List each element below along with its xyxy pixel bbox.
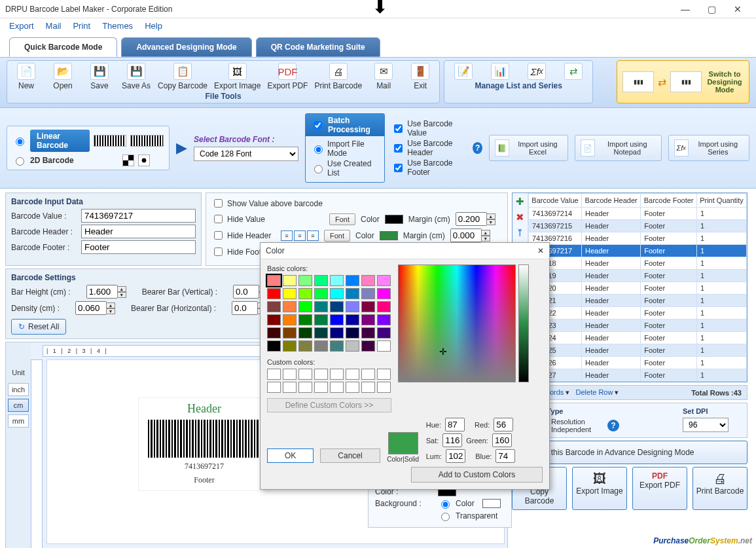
ribbon-mail[interactable]: ✉Mail xyxy=(369,63,399,90)
custom-colors-row[interactable] xyxy=(267,369,391,393)
menu-export[interactable]: Export xyxy=(9,21,34,31)
color-dialog-close[interactable]: ✕ xyxy=(537,246,544,255)
menu-mail[interactable]: Mail xyxy=(46,21,62,31)
table-row[interactable]: 7413697215HeaderFooter1 xyxy=(529,220,747,232)
table-row[interactable]: 697226HeaderFooter1 xyxy=(529,357,747,369)
col-qty[interactable]: Print Quantity xyxy=(696,194,746,208)
table-row[interactable]: 697221HeaderFooter1 xyxy=(529,295,747,307)
basic-colors-grid[interactable] xyxy=(267,275,391,352)
tab-quick-barcode[interactable]: Quick Barcode Mode xyxy=(9,37,117,57)
menu-themes[interactable]: Themes xyxy=(102,21,133,31)
tab-advanced-designing[interactable]: Advanced Designing Mode xyxy=(121,37,251,57)
grid-top-icon[interactable]: ⤒ xyxy=(516,227,524,239)
table-row[interactable]: 697225HeaderFooter1 xyxy=(529,344,747,357)
blue-input[interactable] xyxy=(495,449,515,463)
bearer-h-input[interactable] xyxy=(232,301,258,315)
ribbon-save[interactable]: 💾Save xyxy=(84,63,115,90)
batch-processing-checkbox[interactable] xyxy=(314,121,322,130)
use-barcode-value-cb[interactable] xyxy=(394,124,403,133)
value-font-btn[interactable]: Font xyxy=(329,213,355,225)
green-input[interactable] xyxy=(492,433,512,447)
hide-value-cb[interactable] xyxy=(214,215,223,223)
barcode-footer-input[interactable] xyxy=(81,240,196,254)
color-gradient[interactable]: ✛ xyxy=(398,265,516,382)
linear-barcode-radio[interactable] xyxy=(16,137,24,146)
col-header[interactable]: Barcode Header xyxy=(581,194,640,208)
sat-input[interactable] xyxy=(442,433,462,447)
ribbon-exit[interactable]: 🚪Exit xyxy=(405,63,435,90)
value-color-swatch[interactable] xyxy=(385,215,403,224)
table-row[interactable]: 697219HeaderFooter1 xyxy=(529,270,747,282)
hide-header-cb[interactable] xyxy=(214,231,223,240)
table-row[interactable]: 7413697214HeaderFooter1 xyxy=(529,208,747,220)
table-row[interactable]: 697222HeaderFooter1 xyxy=(529,307,747,320)
use-barcode-footer-cb[interactable] xyxy=(394,164,403,172)
show-above-cb[interactable] xyxy=(214,199,223,208)
ribbon-edit-list[interactable]: 📝 xyxy=(448,63,478,80)
header-margin-input[interactable] xyxy=(450,228,482,242)
hue-input[interactable] xyxy=(445,418,465,431)
col-footer[interactable]: Barcode Footer xyxy=(641,194,697,208)
table-row[interactable]: 697220HeaderFooter1 xyxy=(529,282,747,295)
maximize-button[interactable]: ▢ xyxy=(698,4,725,14)
add-custom-colors-button[interactable]: Add to Custom Colors xyxy=(411,467,543,483)
lum-input[interactable] xyxy=(446,449,465,463)
import-series-button[interactable]: ΣfxImport using Series xyxy=(668,135,749,161)
delete-row-link[interactable]: Delete Row xyxy=(576,388,613,396)
grid-delete-icon[interactable]: ✖ xyxy=(516,211,524,223)
color-cancel-button[interactable]: Cancel xyxy=(320,448,380,463)
grid-add-icon[interactable]: ✚ xyxy=(516,196,524,208)
print-barcode-button[interactable]: 🖨Print Barcode xyxy=(693,467,747,510)
import-excel-button[interactable]: 📗Import using Excel xyxy=(489,135,568,161)
ribbon-export-image[interactable]: 🖼Export Image xyxy=(214,63,261,90)
density-input[interactable] xyxy=(75,301,107,315)
table-row[interactable]: 697218HeaderFooter1 xyxy=(529,257,747,270)
table-row[interactable]: 697224HeaderFooter1 xyxy=(529,332,747,344)
help-icon[interactable]: ? xyxy=(607,420,619,431)
barcode-value-input[interactable] xyxy=(81,209,196,223)
table-row[interactable]: 697227HeaderFooter1 xyxy=(529,369,747,382)
barcode-font-select[interactable]: Code 128 Font xyxy=(194,147,298,161)
import-file-radio[interactable] xyxy=(314,145,323,154)
switch-designing-mode[interactable]: ▮▮▮ ⇄ ▮▮▮ Switch to Designing Mode xyxy=(617,60,749,103)
ribbon-series[interactable]: Σfx xyxy=(522,63,552,80)
table-row[interactable]: 7413697216HeaderFooter1 xyxy=(529,232,747,245)
hide-footer-cb[interactable] xyxy=(214,247,223,256)
bg-color-radio[interactable] xyxy=(441,500,450,509)
reset-all-button[interactable]: ↻Reset All xyxy=(11,319,66,335)
dpi-select[interactable]: 96 xyxy=(683,418,729,432)
red-input[interactable] xyxy=(494,418,513,431)
ribbon-open[interactable]: 📂Open xyxy=(48,63,78,90)
ribbon-export-pdf[interactable]: PDFExport PDF xyxy=(267,63,308,90)
ribbon-new[interactable]: 📄New xyxy=(11,63,41,90)
unit-cm[interactable]: cm xyxy=(8,399,29,412)
unit-inch[interactable]: inch xyxy=(8,383,29,396)
value-margin-input[interactable] xyxy=(456,212,487,226)
menu-help[interactable]: Help xyxy=(145,21,162,31)
col-value[interactable]: Barcode Value xyxy=(529,194,582,208)
2d-barcode-radio[interactable] xyxy=(16,157,24,166)
ribbon-save-as[interactable]: 💾Save As xyxy=(121,63,151,90)
table-row[interactable]: 697223HeaderFooter1 xyxy=(529,320,747,332)
ribbon-print[interactable]: 🖨Print Barcode xyxy=(314,63,362,90)
use-barcode-header-cb[interactable] xyxy=(394,144,403,153)
color-ok-button[interactable]: OK xyxy=(267,448,314,463)
table-row[interactable]: 7413697217HeaderFooter1 xyxy=(529,245,747,257)
bg-color-swatch[interactable] xyxy=(482,499,501,508)
close-button[interactable]: ✕ xyxy=(725,4,751,14)
luminance-slider[interactable] xyxy=(518,265,529,382)
bearer-v-input[interactable] xyxy=(233,285,259,299)
bg-transparent-radio[interactable] xyxy=(441,513,450,521)
help-icon[interactable]: ? xyxy=(473,142,482,154)
unit-mm[interactable]: mm xyxy=(8,414,29,428)
export-image-button[interactable]: 🖼Export Image xyxy=(572,467,627,510)
ribbon-swap[interactable]: ⇄ xyxy=(558,63,588,80)
bar-height-input[interactable] xyxy=(86,285,118,299)
minimize-button[interactable]: — xyxy=(672,4,698,14)
header-align[interactable]: ≡≡≡ xyxy=(281,230,319,241)
tab-qr-marketing[interactable]: QR Code Marketing Suite xyxy=(256,37,380,57)
export-pdf-button[interactable]: PDFExport PDF xyxy=(632,467,687,510)
barcode-header-input[interactable] xyxy=(81,225,196,238)
ribbon-copy[interactable]: 📋Copy Barcode xyxy=(158,63,207,90)
header-font-btn[interactable]: Font xyxy=(324,230,350,242)
